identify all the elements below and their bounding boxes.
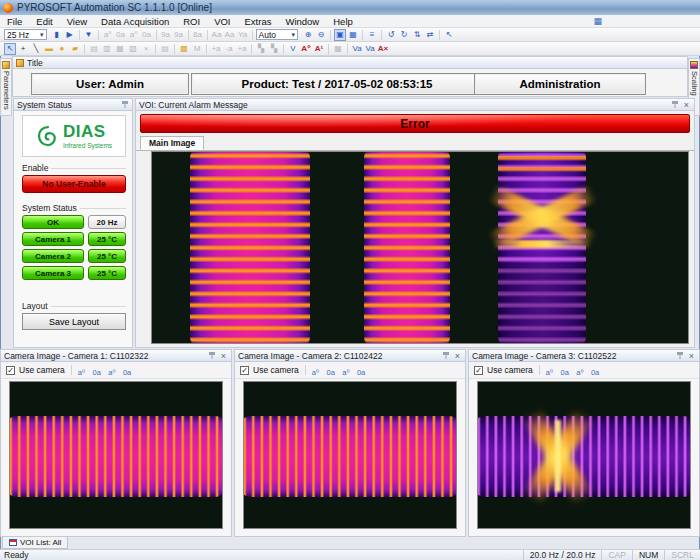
menu-item[interactable]: Extras — [238, 16, 279, 27]
toolbar-icon[interactable]: ▣ — [334, 29, 346, 41]
toolbar-icon[interactable]: Aa — [211, 29, 223, 41]
camera-adjust-icon[interactable]: 0a — [92, 368, 100, 377]
toolbar-icon[interactable]: ▚ — [255, 43, 267, 55]
toolbar-icon[interactable]: 0a — [141, 29, 153, 41]
menu-item[interactable]: VOI — [207, 16, 237, 27]
toolbar-icon[interactable]: ↖ — [443, 29, 455, 41]
title-panel-header[interactable]: Title — [13, 57, 687, 69]
camera-thermal-image[interactable] — [477, 381, 691, 529]
camera-thermal-image[interactable] — [9, 381, 223, 529]
pin-icon[interactable] — [671, 100, 679, 109]
camera-adjust-icon[interactable]: a⁰ — [342, 368, 349, 377]
pin-icon[interactable] — [676, 351, 684, 360]
menu-item[interactable]: Help — [326, 16, 360, 27]
frequency-select[interactable]: 25 Hz — [4, 29, 47, 40]
close-icon[interactable]: × — [687, 351, 696, 361]
toolbar-icon[interactable]: 9a — [173, 29, 185, 41]
menu-item[interactable]: View — [60, 16, 94, 27]
status-value-button[interactable]: 25 °C — [88, 232, 126, 246]
save-layout-button[interactable]: Save Layout — [22, 313, 126, 330]
toolbar-icon[interactable]: +a — [210, 43, 222, 55]
toolbar-icon[interactable]: ▦ — [332, 43, 344, 55]
window-grid-icon[interactable]: ▦ — [593, 16, 602, 26]
status-value-button[interactable]: 20 Hz — [88, 215, 126, 229]
use-camera-checkbox[interactable]: ✓ — [6, 366, 15, 375]
toolbar-icon[interactable]: A× — [377, 43, 389, 55]
administration-button[interactable]: Administration — [474, 73, 646, 95]
toolbar-icon[interactable]: 9a — [160, 29, 172, 41]
toolbar-icon[interactable]: a⁰ — [102, 29, 114, 41]
camera-adjust-icon[interactable]: 0a — [326, 368, 334, 377]
camera-adjust-icon[interactable]: a⁰ — [312, 368, 319, 377]
toolbar-icon[interactable]: Ya — [237, 29, 249, 41]
toolbar-icon[interactable]: ≡ — [366, 29, 378, 41]
system-status-header[interactable]: System Status — [14, 99, 132, 111]
camera-adjust-icon[interactable]: a⁰ — [108, 368, 115, 377]
pin-icon[interactable] — [121, 100, 129, 109]
toolbar-icon[interactable]: ▦ — [347, 29, 359, 41]
pin-icon[interactable] — [442, 351, 450, 360]
no-user-enable-button[interactable]: No User-Enable — [22, 175, 126, 193]
toolbar-icon[interactable]: ▶ — [64, 29, 76, 41]
close-icon[interactable]: × — [682, 100, 691, 110]
status-button[interactable]: Camera 1 — [22, 232, 84, 246]
toolbar-icon[interactable]: ↻ — [398, 29, 410, 41]
toolbar-icon[interactable]: V — [287, 43, 299, 55]
product-button[interactable]: Product: Test / 2017-05-02 08:53:15 — [191, 73, 483, 95]
status-value-button[interactable]: 25 °C — [88, 266, 126, 280]
toolbar-icon[interactable]: × — [140, 43, 152, 55]
camera-adjust-icon[interactable]: a⁰ — [576, 368, 583, 377]
toolbar-icon[interactable]: Aa — [224, 29, 236, 41]
menu-item[interactable]: Edit — [29, 16, 59, 27]
status-value-button[interactable]: 25 °C — [88, 249, 126, 263]
toolbar-icon[interactable]: ▤ — [88, 43, 100, 55]
camera-adjust-icon[interactable]: 0a — [560, 368, 568, 377]
user-button[interactable]: User: Admin — [31, 73, 189, 95]
parameters-side-tab[interactable]: Parameters — [0, 58, 12, 116]
toolbar-icon[interactable]: ▤ — [159, 43, 171, 55]
toolbar-icon[interactable]: ▬ — [43, 43, 55, 55]
camera-adjust-icon[interactable]: 0a — [357, 368, 365, 377]
toolbar-icon[interactable]: ⊖ — [315, 29, 327, 41]
toolbar-icon[interactable]: ▩ — [178, 43, 190, 55]
toolbar-icon[interactable]: ↖ — [4, 43, 16, 55]
pin-icon[interactable] — [208, 351, 216, 360]
toolbar-icon[interactable]: +a — [236, 43, 248, 55]
toolbar-icon[interactable]: + — [17, 43, 29, 55]
close-icon[interactable]: × — [219, 351, 228, 361]
menu-item[interactable]: Window — [278, 16, 326, 27]
toolbar-icon[interactable]: A¹ — [313, 43, 325, 55]
menu-item[interactable]: ROI — [176, 16, 207, 27]
voi-list-tab[interactable]: VOI List: All — [2, 537, 68, 549]
use-camera-checkbox[interactable]: ✓ — [474, 366, 483, 375]
close-icon[interactable]: × — [453, 351, 462, 361]
toolbar-icon[interactable]: -a — [223, 43, 235, 55]
toolbar-icon[interactable]: ⇅ — [411, 29, 423, 41]
toolbar-icon[interactable]: 0a — [115, 29, 127, 41]
toolbar-icon[interactable]: ⊕ — [302, 29, 314, 41]
toolbar-icon[interactable]: ▚ — [268, 43, 280, 55]
toolbar-icon[interactable]: 8a — [192, 29, 204, 41]
main-thermal-image[interactable] — [151, 151, 689, 344]
toolbar-icon[interactable]: ▦ — [114, 43, 126, 55]
alarm-panel-header[interactable]: VOI: Current Alarm Message × — [136, 99, 694, 111]
camera-adjust-icon[interactable]: 0a — [591, 368, 599, 377]
camera-adjust-icon[interactable]: a⁰ — [546, 368, 553, 377]
toolbar-icon[interactable]: Va — [351, 43, 363, 55]
toolbar-icon[interactable]: A⁰ — [300, 43, 312, 55]
toolbar-icon[interactable]: M — [191, 43, 203, 55]
camera-adjust-icon[interactable]: 0a — [123, 368, 131, 377]
camera-thermal-image[interactable] — [243, 381, 457, 529]
use-camera-checkbox[interactable]: ✓ — [240, 366, 249, 375]
status-button[interactable]: OK — [22, 215, 84, 229]
toolbar-icon[interactable]: ● — [56, 43, 68, 55]
menu-item[interactable]: Data Acquisition — [94, 16, 176, 27]
menu-item[interactable]: File — [0, 16, 29, 27]
toolbar-icon[interactable]: ▧ — [127, 43, 139, 55]
auto-scale-select[interactable]: Auto — [256, 29, 299, 40]
camera-adjust-icon[interactable]: a⁰ — [78, 368, 85, 377]
toolbar-icon[interactable]: ⇄ — [424, 29, 436, 41]
toolbar-icon[interactable]: a⁰ — [128, 29, 140, 41]
toolbar-icon[interactable]: ╲ — [30, 43, 42, 55]
toolbar-icon[interactable]: ▥ — [101, 43, 113, 55]
